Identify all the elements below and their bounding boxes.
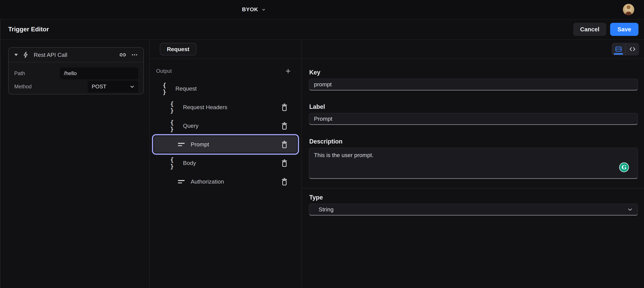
section-divider [302, 188, 644, 188]
path-field-row: Path [14, 68, 138, 79]
string-type-icon [178, 180, 186, 184]
output-header-row: Output [156, 64, 291, 78]
schema-tree: Request Request Headers Query Prompt [154, 79, 297, 191]
tree-item-query[interactable]: Query [154, 116, 297, 135]
field-detail-panel: Key Label Description This is the user p… [302, 40, 644, 288]
label-input[interactable] [309, 113, 638, 125]
detail-form: Key Label Description This is the user p… [302, 59, 644, 216]
object-braces-icon [170, 100, 178, 114]
object-braces-icon [163, 82, 171, 96]
description-label: Description [309, 138, 638, 145]
description-wrapper: This is the user prompt. G [309, 148, 638, 179]
tab-request[interactable]: Request [160, 43, 196, 55]
editor-content: Rest API Call Path Method POST [0, 40, 644, 288]
tree-item-body[interactable]: Body [154, 154, 297, 172]
grammarly-icon[interactable]: G [619, 162, 629, 172]
form-view-icon [615, 46, 622, 53]
detail-panel-header [302, 40, 644, 59]
label-label: Label [309, 103, 638, 110]
type-value: String [319, 206, 334, 213]
tree-item-label: Prompt [191, 141, 209, 148]
method-select[interactable]: POST [88, 81, 138, 92]
delete-trash-icon[interactable] [280, 140, 288, 149]
string-type-icon [178, 143, 186, 146]
chevron-down-icon [261, 7, 266, 12]
page-title: Trigger Editor [8, 26, 49, 33]
trigger-node-body: Path Method POST [8, 62, 144, 92]
output-label: Output [156, 68, 172, 74]
method-field-row: Method POST [14, 81, 138, 92]
chevron-down-icon [627, 206, 633, 213]
description-textarea[interactable]: This is the user prompt. [309, 148, 638, 179]
delete-trash-icon[interactable] [280, 178, 288, 186]
key-label: Key [309, 69, 638, 76]
delete-trash-icon[interactable] [280, 103, 288, 112]
schema-panel: Request Output Request Request Headers Q… [150, 40, 302, 288]
link-icon[interactable] [119, 51, 126, 59]
more-options-icon[interactable] [131, 51, 138, 58]
cancel-button[interactable]: Cancel [573, 23, 606, 36]
object-braces-icon [170, 156, 178, 170]
trigger-node-header: Rest API Call [8, 48, 144, 62]
tree-item-prompt-selected[interactable]: Prompt [154, 136, 297, 153]
object-braces-icon [170, 119, 178, 132]
path-label: Path [14, 70, 60, 76]
avatar[interactable] [623, 4, 634, 15]
lightning-bolt-icon [22, 51, 29, 58]
method-label: Method [14, 84, 88, 90]
save-button[interactable]: Save [610, 23, 638, 36]
type-section: Type String [309, 194, 638, 216]
tree-item-label: Request Headers [183, 104, 228, 110]
title-actions: Cancel Save [573, 23, 638, 36]
add-field-icon[interactable] [286, 67, 291, 76]
tree-item-request-headers[interactable]: Request Headers [154, 98, 297, 116]
key-input[interactable] [309, 78, 638, 90]
path-input[interactable] [60, 68, 138, 79]
tree-item-request[interactable]: Request [154, 79, 297, 98]
workspace-switcher[interactable]: BYOK [242, 0, 266, 19]
tree-item-label: Query [183, 122, 198, 129]
view-mode-toggle [612, 43, 639, 56]
workspace-name: BYOK [242, 6, 258, 12]
code-icon [628, 45, 636, 53]
top-bar: BYOK [0, 0, 644, 19]
delete-trash-icon[interactable] [280, 159, 288, 167]
collapse-caret-icon[interactable] [14, 54, 18, 56]
tree-item-authorization[interactable]: Authorization [154, 172, 297, 191]
code-view-toggle[interactable] [626, 43, 639, 56]
form-view-toggle[interactable] [612, 43, 626, 56]
type-select[interactable]: String [309, 204, 638, 216]
type-label: Type [309, 194, 638, 201]
tree-item-label: Request [176, 85, 197, 92]
tree-item-label: Authorization [191, 178, 224, 185]
node-title: Rest API Call [34, 52, 67, 58]
tree-item-label: Body [183, 160, 196, 166]
trigger-node-card[interactable]: Rest API Call Path Method POST [8, 47, 144, 94]
chevron-down-icon [129, 84, 135, 90]
delete-trash-icon[interactable] [280, 122, 288, 130]
title-bar: Trigger Editor Cancel Save [0, 19, 644, 40]
schema-panel-header: Request [150, 40, 301, 59]
method-value: POST [92, 84, 106, 90]
node-canvas-panel: Rest API Call Path Method POST [0, 40, 150, 288]
